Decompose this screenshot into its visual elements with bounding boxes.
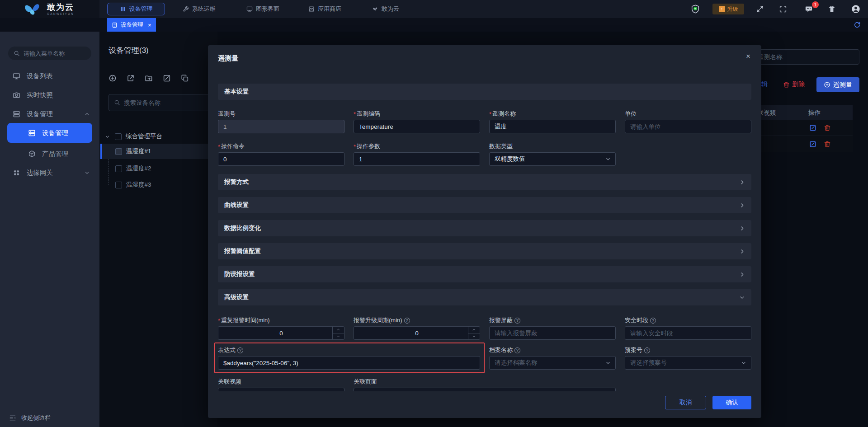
tree-item-sensor-1[interactable]: 温湿度#1	[100, 144, 217, 159]
upgrade-cycle-stepper[interactable]	[354, 326, 480, 340]
data-type-select[interactable]: 双精度数值	[489, 152, 616, 166]
copy-icon[interactable]	[181, 74, 189, 82]
user-avatar[interactable]	[851, 4, 861, 14]
field-label-plan: 预案号?	[625, 346, 650, 354]
nav-item-ganwei-cloud[interactable]: 敢为云	[372, 0, 399, 18]
help-icon[interactable]: ?	[514, 318, 520, 324]
delete-label: 删除	[792, 80, 805, 89]
sidebar-group-edge-gateway[interactable]: 边缘网关	[0, 165, 99, 180]
row-edit-icon[interactable]	[809, 141, 816, 148]
section-curve-settings[interactable]: 曲线设置	[218, 197, 751, 213]
stepper-up-button[interactable]	[333, 327, 344, 333]
tab-close-icon[interactable]: ×	[148, 22, 151, 28]
stepper-controls	[332, 327, 344, 339]
edit-icon[interactable]	[163, 74, 171, 82]
help-icon[interactable]: ?	[514, 347, 520, 353]
messages-icon[interactable]	[805, 5, 813, 13]
security-shield-icon[interactable]	[690, 4, 700, 14]
stepper-up-button[interactable]	[468, 327, 480, 333]
field-label-dtype: 数据类型	[489, 142, 513, 150]
fullscreen-icon[interactable]	[756, 5, 764, 13]
tree-item-checkbox[interactable]	[115, 148, 122, 155]
theme-shirt-icon[interactable]	[828, 5, 836, 13]
add-telemetry-button[interactable]: 遥测量	[816, 77, 859, 92]
field-label-safe-period: 安全时段?	[625, 316, 656, 324]
command-field[interactable]	[218, 152, 344, 166]
tree-item-sensor-2[interactable]: 温湿度#2	[100, 161, 217, 176]
plan-select[interactable]: 请选择预案号	[625, 356, 751, 370]
brand-name: 敢为云	[47, 3, 74, 11]
chevron-right-icon	[739, 225, 745, 231]
add-device-icon[interactable]	[108, 74, 117, 82]
sidebar-item-device-list[interactable]: 设备列表	[0, 69, 99, 83]
param-field[interactable]	[354, 152, 480, 166]
sidebar: 设备列表 实时快照 设备管理 设备管理 产品管理 边缘网关 收起侧边栏	[0, 18, 99, 427]
row-delete-icon[interactable]	[824, 141, 831, 148]
expression-field[interactable]	[218, 356, 480, 370]
archive-select[interactable]: 请选择档案名称	[489, 356, 616, 370]
sidebar-search-input[interactable]	[24, 50, 82, 57]
delete-telemetry-button[interactable]: 删除	[783, 80, 805, 89]
sidebar-group-device-management[interactable]: 设备管理	[0, 107, 99, 121]
sidebar-item-label: 设备管理	[42, 129, 68, 137]
telemetry-name-field[interactable]	[489, 120, 616, 133]
confirm-button[interactable]: 确认	[712, 396, 751, 409]
repeat-alarm-input[interactable]	[218, 327, 344, 339]
sidebar-item-product-management[interactable]: 产品管理	[0, 146, 99, 161]
nav-label: 应用商店	[318, 5, 341, 13]
upgrade-button[interactable]: ↑ 升级	[712, 4, 744, 14]
nav-item-system-ops[interactable]: 系统运维	[183, 0, 216, 18]
telemetry-code-field[interactable]	[354, 120, 480, 133]
tree-item-checkbox[interactable]	[115, 182, 122, 188]
sidebar-search[interactable]	[8, 47, 91, 60]
alarm-mask-field[interactable]	[489, 326, 616, 340]
cube-icon	[28, 150, 36, 158]
row-edit-icon[interactable]	[809, 124, 816, 131]
nav-label: 设备管理	[129, 5, 153, 13]
unit-field[interactable]	[625, 120, 751, 133]
help-icon[interactable]: ?	[644, 347, 650, 353]
tree-root-platform[interactable]: 综合管理平台	[99, 131, 217, 142]
plan-placeholder: 请选择预案号	[630, 359, 667, 367]
stepper-down-button[interactable]	[333, 333, 344, 340]
nav-item-graphic-ui[interactable]: 图形界面	[246, 0, 279, 18]
section-alarm-method[interactable]: 报警方式	[218, 174, 751, 190]
frame-capture-icon[interactable]	[779, 5, 787, 13]
nav-item-device-management[interactable]: 设备管理	[107, 3, 165, 15]
upgrade-cycle-input[interactable]	[354, 327, 480, 339]
cancel-button[interactable]: 取消	[665, 396, 706, 409]
device-search[interactable]	[108, 94, 220, 111]
collapse-sidebar-button[interactable]: 收起侧边栏	[0, 412, 99, 424]
stepper-down-button[interactable]	[468, 333, 480, 340]
caret-down-icon[interactable]	[105, 134, 110, 139]
section-advanced-settings[interactable]: 高级设置	[218, 289, 751, 305]
chevron-down-icon	[739, 295, 745, 300]
section-alarm-threshold[interactable]: 报警阈值配置	[218, 243, 751, 259]
help-icon[interactable]: ?	[650, 318, 656, 324]
tree-item-sensor-3[interactable]: 温湿度#3	[100, 177, 217, 192]
chevron-right-icon	[739, 272, 745, 277]
device-search-input[interactable]	[124, 99, 201, 106]
refresh-icon[interactable]	[854, 21, 861, 28]
tree-item-checkbox[interactable]	[115, 165, 122, 172]
section-false-alarm[interactable]: 防误报设置	[218, 266, 751, 282]
sidebar-item-device-management-active[interactable]: 设备管理	[7, 123, 92, 143]
tree-root-checkbox[interactable]	[115, 133, 122, 140]
help-icon[interactable]: ?	[237, 347, 243, 353]
doc-icon	[112, 22, 118, 28]
repeat-alarm-stepper[interactable]	[218, 326, 344, 340]
move-to-folder-icon[interactable]	[145, 74, 153, 82]
related-page-select[interactable]	[354, 388, 616, 391]
row-delete-icon[interactable]	[824, 124, 831, 131]
nav-item-app-store[interactable]: 应用商店	[308, 0, 341, 18]
stepper-controls	[468, 327, 480, 339]
sidebar-item-snapshot[interactable]: 实时快照	[0, 88, 99, 102]
tab-device-management[interactable]: 设备管理 ×	[107, 18, 156, 32]
modal-close-icon[interactable]: ×	[746, 52, 750, 60]
export-icon[interactable]	[127, 74, 135, 82]
safe-period-field[interactable]	[625, 326, 751, 340]
section-data-scale[interactable]: 数据比例变化	[218, 220, 751, 236]
related-video-select[interactable]	[218, 388, 344, 391]
help-icon[interactable]: ?	[404, 318, 410, 324]
chevron-down-icon	[605, 156, 611, 162]
